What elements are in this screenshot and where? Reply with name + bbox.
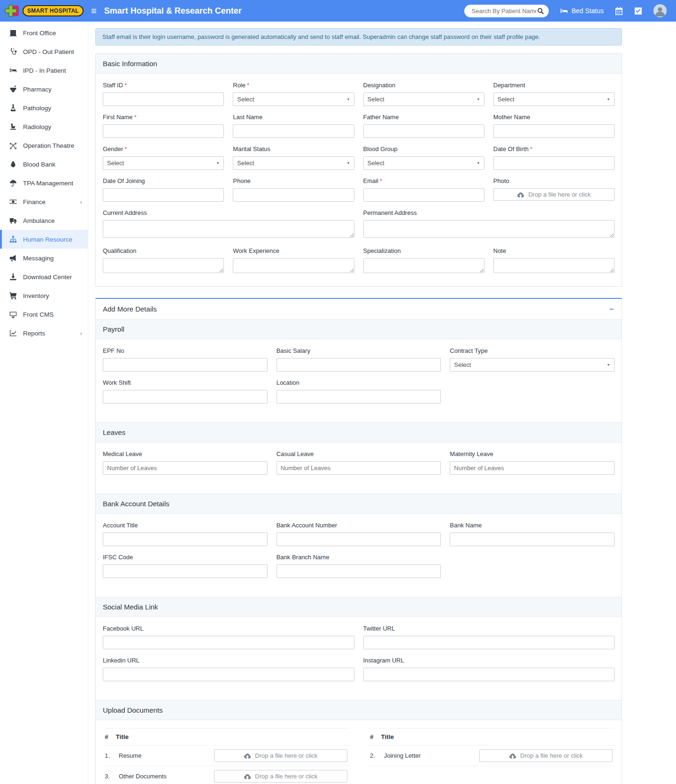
sidebar-item-download-center[interactable]: Download Center: [0, 267, 88, 286]
department-label: Department: [493, 82, 615, 89]
cloud-upload-icon: [244, 773, 251, 780]
work-experience-field: Work Experience: [233, 247, 354, 275]
social-media-link-section: Facebook URLTwitter URLLinkedin URLInsta…: [96, 617, 622, 700]
date-of-joining-field: Date Of Joining: [103, 177, 224, 202]
sidebar-item-opd-out-patient[interactable]: OPD - Out Patient: [0, 42, 88, 61]
department-select[interactable]: Select: [493, 92, 615, 106]
bank-account-number-input[interactable]: [277, 533, 441, 546]
sidebar-item-inventory[interactable]: Inventory: [0, 286, 88, 305]
maternity-leave-input[interactable]: [450, 461, 615, 475]
bank-branch-name-input[interactable]: [277, 564, 441, 578]
sidebar-item-label: Ambulance: [23, 217, 55, 224]
bed-status-button[interactable]: Bed Status: [560, 7, 604, 15]
sidebar-item-ambulance[interactable]: Ambulance: [0, 211, 88, 230]
sidebar-item-tpa-management[interactable]: TPA Management: [0, 174, 88, 192]
resume-dropzone[interactable]: Drop a file here or click: [214, 749, 347, 762]
marital-status-field: Marital StatusSelect▼: [233, 145, 354, 170]
radiology-icon: [9, 123, 17, 130]
email-input[interactable]: [363, 188, 484, 202]
note-textarea[interactable]: [493, 258, 615, 273]
last-name-input[interactable]: [233, 124, 354, 138]
current-address-textarea[interactable]: [103, 220, 354, 238]
date-of-joining-input[interactable]: [103, 188, 224, 202]
qualification-textarea[interactable]: [103, 258, 224, 273]
contract-type-select[interactable]: Select: [450, 358, 615, 372]
sidebar-item-finance[interactable]: Finance‹: [0, 192, 88, 211]
sidebar-item-pathology[interactable]: Pathology: [0, 99, 88, 117]
work-experience-textarea[interactable]: [233, 258, 354, 273]
minus-icon[interactable]: −: [608, 305, 615, 313]
location-input[interactable]: [277, 390, 441, 403]
sidebar-item-radiology[interactable]: Radiology: [0, 117, 88, 136]
specialization-textarea[interactable]: [363, 258, 484, 273]
bed-icon: [9, 67, 17, 74]
bank-name-input[interactable]: [450, 533, 615, 546]
work-shift-field: Work Shift: [103, 379, 268, 403]
required-asterisk: *: [530, 145, 532, 152]
required-asterisk: *: [124, 82, 127, 89]
sidebar-item-messaging[interactable]: Messaging: [0, 249, 88, 267]
mother-name-input[interactable]: [493, 124, 615, 138]
date-of-birth-input[interactable]: [493, 156, 615, 170]
gender-select[interactable]: Select: [103, 156, 224, 170]
epf-no-input[interactable]: [103, 358, 268, 372]
staff-id-input[interactable]: [103, 92, 224, 106]
father-name-input[interactable]: [363, 124, 484, 138]
basic-information-panel: Basic Information Staff ID*Role*Select▼D…: [95, 53, 622, 287]
account-title-input[interactable]: [103, 533, 268, 546]
blood-group-field: Blood GroupSelect▼: [363, 145, 484, 170]
search-input[interactable]: [471, 7, 537, 15]
umbrella-icon: [9, 179, 17, 187]
role-select[interactable]: Select: [233, 92, 354, 106]
other-documents-dropzone[interactable]: Drop a file here or click: [214, 770, 347, 783]
photo-dropzone[interactable]: Drop a file here or click: [493, 188, 615, 201]
casual-leave-input[interactable]: [277, 461, 441, 475]
marital-status-select[interactable]: Select: [233, 156, 354, 170]
phone-input[interactable]: [233, 188, 354, 202]
medical-leave-input[interactable]: [103, 461, 268, 475]
sidebar-item-label: Pathology: [23, 105, 51, 112]
user-avatar[interactable]: [653, 4, 667, 17]
twitter-url-input[interactable]: [363, 636, 615, 649]
medical-leave-field: Medical Leave: [103, 450, 268, 475]
basic-salary-input[interactable]: [277, 358, 441, 372]
contract-type-field: Contract TypeSelect▼: [450, 347, 615, 372]
sidebar-item-blood-bank[interactable]: Blood Bank: [0, 155, 88, 174]
instagram-url-input[interactable]: [363, 668, 615, 681]
sidebar-item-front-cms[interactable]: Front CMS: [0, 305, 88, 324]
check-square-icon[interactable]: [634, 7, 642, 15]
first-name-input[interactable]: [103, 124, 224, 138]
sidebar-item-human-resource[interactable]: Human Resource: [0, 230, 88, 249]
linkedin-url-field: Linkedin URL: [103, 657, 354, 681]
account-title-label: Account Title: [103, 522, 268, 529]
blood-group-select[interactable]: Select: [363, 156, 484, 170]
sidebar-item-reports[interactable]: Reports‹: [0, 324, 88, 343]
permanent-address-textarea[interactable]: [363, 220, 615, 238]
required-asterisk: *: [124, 145, 127, 152]
joining-letter-dropzone[interactable]: Drop a file here or click: [479, 749, 613, 762]
sidebar-item-ipd-in-patient[interactable]: IPD - In Patient: [0, 61, 88, 80]
calendar-icon[interactable]: [615, 7, 623, 15]
facebook-url-input[interactable]: [103, 636, 354, 649]
bank-account-number-label: Bank Account Number: [277, 522, 441, 529]
droplet-icon: [9, 160, 17, 168]
sidebar-item-pharmacy[interactable]: Pharmacy: [0, 80, 88, 99]
designation-select[interactable]: Select: [363, 92, 484, 106]
document-title: Other Documents: [119, 773, 209, 780]
sidebar-item-operation-theatre[interactable]: Operation Theatre: [0, 136, 88, 155]
bed-status-label: Bed Status: [572, 7, 604, 15]
role-field: Role*Select▼: [233, 82, 354, 106]
instagram-url-label: Instagram URL: [363, 657, 615, 664]
sidebar-item-front-office[interactable]: Front Office: [0, 23, 88, 42]
work-shift-input[interactable]: [103, 390, 268, 403]
ifsc-code-input[interactable]: [103, 564, 268, 578]
role-label: Role*: [233, 82, 354, 89]
sidebar-item-label: Finance: [23, 198, 46, 206]
search-icon[interactable]: [537, 8, 544, 15]
app-logo[interactable]: SMART HOSPITAL: [0, 4, 88, 18]
date-of-birth-label: Date Of Birth*: [493, 145, 615, 152]
linkedin-url-input[interactable]: [103, 668, 354, 681]
hamburger-icon[interactable]: ≡: [91, 6, 97, 15]
cloud-upload-icon: [244, 752, 251, 760]
permanent-address-field: Permanent Address: [363, 209, 615, 240]
